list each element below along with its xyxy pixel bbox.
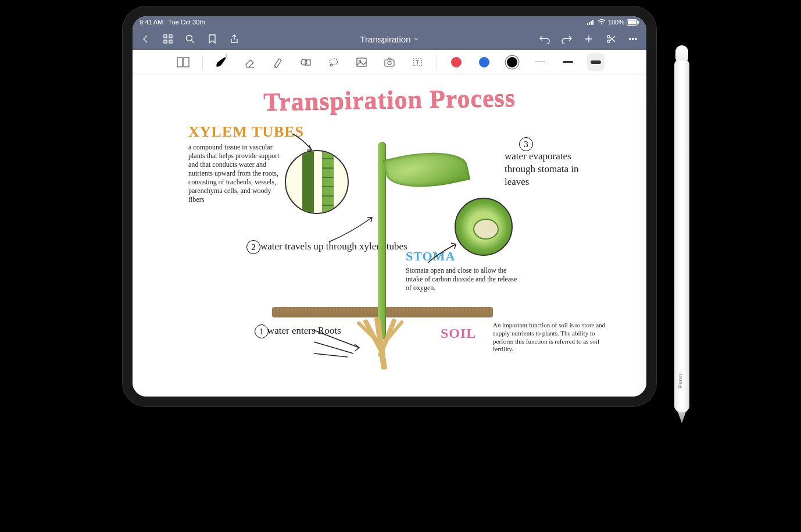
statusbar-date: Tue Oct 30th: [168, 19, 205, 26]
apple-pencil: [674, 58, 689, 413]
text-soil-description: An important function of soil is to stor…: [493, 322, 609, 354]
scissors-button[interactable]: [601, 29, 621, 49]
thumbnails-button[interactable]: [158, 29, 178, 49]
toolbar-divider: [202, 55, 203, 69]
arrow-icon: [313, 324, 365, 359]
undo-button[interactable]: [535, 29, 555, 49]
svg-rect-7: [638, 21, 639, 23]
svg-point-27: [388, 61, 391, 65]
step-3-text: water evaporates through stomata in leav…: [505, 150, 586, 188]
label-xylem-tubes: XYLEM TUBES: [188, 123, 304, 141]
note-title: Transpiration Process: [263, 83, 516, 117]
step-number-3: 3: [519, 137, 533, 151]
svg-point-22: [330, 59, 338, 65]
color-black[interactable]: [503, 53, 521, 71]
svg-rect-2: [591, 21, 592, 25]
svg-rect-1: [589, 22, 590, 25]
thickness-thin[interactable]: [531, 53, 549, 71]
arrow-icon: [328, 215, 374, 244]
add-button[interactable]: [579, 29, 599, 49]
svg-rect-11: [169, 40, 172, 43]
battery-percentage: 100%: [608, 19, 624, 26]
svg-rect-10: [164, 40, 167, 43]
svg-point-14: [607, 40, 610, 42]
share-button[interactable]: [224, 29, 244, 49]
svg-point-16: [632, 38, 634, 40]
ipad-device-frame: 9:41 AM Tue Oct 30th 100%: [122, 6, 657, 407]
note-canvas[interactable]: Transpiration Process XYLEM TUBES a comp…: [133, 74, 646, 397]
image-tool[interactable]: [353, 53, 370, 71]
arrow-icon: [427, 242, 462, 265]
svg-point-13: [607, 35, 610, 38]
svg-rect-3: [592, 20, 593, 25]
svg-rect-19: [184, 58, 189, 67]
signal-icon: [587, 19, 595, 25]
svg-point-15: [630, 38, 631, 40]
svg-point-23: [330, 64, 332, 66]
svg-point-17: [635, 38, 637, 40]
text-tool[interactable]: [409, 53, 426, 71]
redo-button[interactable]: [557, 29, 577, 49]
svg-rect-18: [177, 58, 183, 67]
step-number-1: 1: [255, 324, 269, 338]
lasso-tool[interactable]: [325, 53, 342, 71]
chevron-down-icon: [413, 36, 419, 42]
statusbar-time: 9:41 AM: [140, 19, 163, 26]
svg-rect-26: [385, 60, 394, 66]
apple-pencil-label: Pencil: [677, 372, 683, 388]
bluetooth-badge-icon: ᚼ: [225, 53, 228, 59]
svg-point-25: [359, 60, 361, 62]
illustration-stoma-detail: [455, 198, 513, 256]
svg-point-12: [187, 35, 192, 41]
toolbar-divider: [437, 55, 437, 69]
arrow-icon: [291, 133, 326, 156]
shapes-tool[interactable]: [297, 53, 314, 71]
text-xylem-description: a compound tissue in vascular plants tha…: [188, 143, 287, 204]
highlighter-tool[interactable]: [269, 53, 287, 71]
color-red[interactable]: [448, 53, 465, 71]
text-stoma-description: Stomata open and close to allow the inta…: [406, 266, 522, 292]
illustration-stem: [378, 142, 386, 340]
svg-rect-0: [587, 23, 588, 25]
eraser-tool[interactable]: [241, 53, 259, 71]
document-title[interactable]: Transpiration: [360, 34, 419, 44]
label-soil: SOIL: [441, 326, 476, 341]
svg-rect-6: [628, 20, 636, 24]
camera-tool[interactable]: [381, 53, 398, 71]
illustration-leaf: [383, 143, 470, 197]
more-button[interactable]: [623, 29, 643, 49]
document-title-text: Transpiration: [360, 34, 411, 44]
wifi-icon: [598, 19, 606, 25]
ipad-screen: 9:41 AM Tue Oct 30th 100%: [133, 16, 646, 397]
bookmark-button[interactable]: [202, 29, 222, 49]
statusbar-right: 100%: [587, 19, 639, 26]
drawing-toolbar: ᚼ: [133, 50, 646, 74]
step-number-2: 2: [246, 240, 260, 254]
back-button[interactable]: [136, 29, 156, 49]
battery-icon: [627, 19, 639, 26]
app-navbar: Transpiration: [133, 28, 646, 50]
thickness-thick[interactable]: [587, 53, 605, 71]
page-layout-tool[interactable]: [174, 53, 192, 71]
svg-point-4: [601, 23, 602, 24]
search-button[interactable]: [180, 29, 200, 49]
statusbar-left: 9:41 AM Tue Oct 30th: [140, 19, 205, 26]
svg-rect-24: [357, 58, 366, 66]
pen-tool[interactable]: ᚼ: [213, 53, 231, 71]
svg-rect-9: [169, 35, 172, 38]
thickness-medium[interactable]: [559, 53, 577, 71]
illustration-xylem-detail: [285, 150, 349, 214]
ios-statusbar: 9:41 AM Tue Oct 30th 100%: [133, 16, 646, 28]
color-blue[interactable]: [475, 53, 493, 71]
svg-rect-8: [164, 35, 167, 38]
